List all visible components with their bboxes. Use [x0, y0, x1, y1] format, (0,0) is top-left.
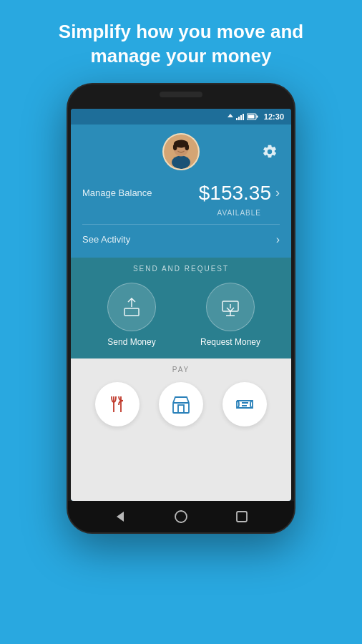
svg-point-9 [172, 155, 190, 168]
pay-dining-button[interactable] [95, 382, 140, 426]
signal-area [227, 113, 258, 120]
gear-icon [262, 144, 278, 160]
main-balance-section: Manage Balance $153.35 › AVAILABLE See A… [71, 125, 291, 258]
svg-point-12 [173, 144, 177, 150]
pay-ticket-circle [222, 382, 267, 426]
avatar[interactable] [162, 133, 200, 170]
svg-point-30 [175, 511, 187, 522]
settings-button[interactable] [260, 142, 280, 162]
balance-area[interactable]: $153.35 › [199, 182, 280, 205]
see-activity-label: See Activity [82, 234, 130, 245]
action-buttons: Send Money Request Money [71, 277, 291, 358]
svg-rect-1 [236, 118, 238, 120]
signal-icon [236, 113, 245, 120]
request-money-label: Request Money [200, 337, 260, 347]
bottom-nav [68, 501, 294, 532]
balance-chevron-icon: › [275, 185, 280, 200]
top-row [82, 133, 280, 170]
svg-rect-7 [248, 114, 254, 118]
avatar-image [164, 133, 198, 170]
request-money-button[interactable]: Request Money [181, 283, 280, 347]
send-request-label: SEND AND REQUEST [71, 258, 291, 277]
nav-back-button[interactable] [112, 508, 129, 525]
wifi-icon [227, 113, 234, 120]
store-icon [170, 394, 192, 415]
send-request-section: SEND AND REQUEST Send Money [71, 258, 291, 358]
battery-icon [247, 113, 258, 120]
phone-screen: 12:30 [71, 109, 291, 501]
ticket-icon [234, 394, 255, 415]
pay-dining-circle [95, 382, 140, 426]
nav-home-button[interactable] [172, 508, 190, 525]
available-label: AVAILABLE [82, 209, 280, 217]
svg-rect-4 [243, 114, 244, 120]
pay-store-circle [159, 382, 203, 426]
svg-rect-2 [238, 117, 240, 120]
pay-section-label: PAY [71, 358, 291, 378]
svg-rect-23 [173, 403, 189, 413]
send-money-icon [120, 296, 143, 318]
see-activity-row[interactable]: See Activity › [82, 232, 280, 248]
manage-balance-label: Manage Balance [82, 187, 152, 198]
recent-icon [235, 509, 249, 524]
balance-amount: $153.35 [199, 182, 271, 205]
phone-device: 12:30 [67, 83, 295, 534]
send-money-button[interactable]: Send Money [82, 283, 181, 347]
balance-row: Manage Balance $153.35 › [82, 182, 280, 205]
send-money-circle [107, 283, 156, 331]
divider [82, 224, 280, 225]
svg-rect-24 [178, 405, 184, 413]
svg-rect-31 [237, 512, 247, 522]
status-bar: 12:30 [71, 109, 291, 125]
pay-store-button[interactable] [159, 382, 203, 426]
send-money-label: Send Money [107, 337, 155, 347]
back-icon [113, 509, 127, 524]
page-title: Simplify how you move and manage your mo… [29, 20, 333, 69]
page-header: Simplify how you move and manage your mo… [0, 0, 362, 83]
pay-ticket-button[interactable] [222, 382, 267, 426]
svg-rect-14 [124, 308, 139, 316]
utensils-icon [107, 394, 128, 415]
pay-section: PAY [71, 358, 291, 501]
home-icon [174, 509, 188, 524]
nav-recent-button[interactable] [233, 508, 250, 525]
svg-rect-6 [256, 115, 258, 117]
request-money-circle [206, 283, 255, 331]
status-time: 12:30 [264, 112, 284, 121]
request-money-icon [219, 296, 242, 318]
svg-marker-29 [117, 512, 124, 522]
svg-rect-3 [240, 115, 242, 120]
activity-chevron-icon: › [276, 233, 280, 246]
svg-marker-0 [228, 114, 233, 117]
pay-buttons [71, 378, 291, 438]
svg-point-13 [185, 144, 190, 150]
